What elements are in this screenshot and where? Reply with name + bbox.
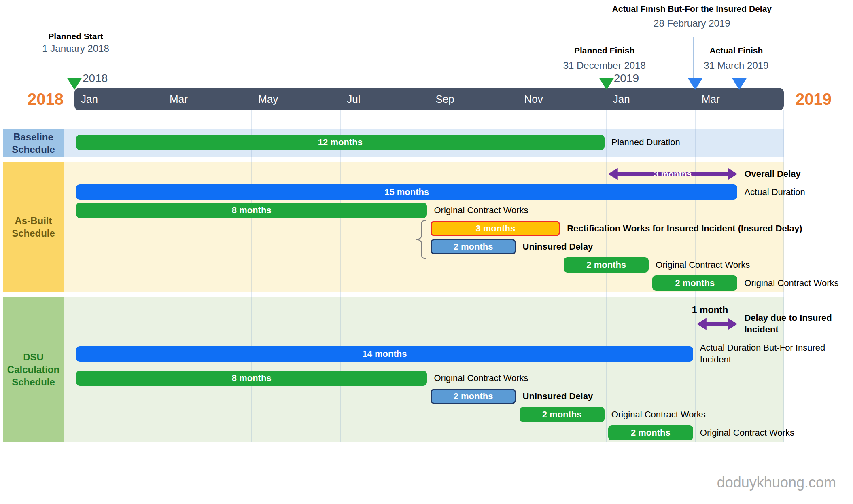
milestone-title-planned-start: Planned Start: [0, 32, 201, 41]
blue-triangle-marker-icon: [732, 78, 747, 90]
green-duration-bar: 8 months: [76, 371, 427, 386]
green-duration-bar: 2 months: [608, 425, 693, 440]
milestone-title-actual-finish-but-for-the-insured-delay: Actual Finish But-For the Insured Delay: [567, 4, 817, 14]
steel-duration-bar: 2 months: [431, 239, 516, 254]
bar-label: Original Contract Works: [434, 205, 528, 216]
milestone-leader-line: [693, 37, 694, 79]
blue-duration-bar: 15 months: [76, 184, 737, 200]
bar-label: Original Contract Works: [434, 373, 528, 384]
green-duration-bar: 8 months: [76, 203, 427, 218]
green-triangle-marker-icon: [67, 78, 82, 90]
axis-month-label: Mar: [170, 88, 188, 110]
bar-label: Uninsured Delay: [523, 241, 593, 253]
axis-month-label: May: [258, 88, 278, 110]
bar-label: Original Contract Works: [700, 427, 794, 439]
month-gridline: [606, 110, 607, 442]
month-gridline: [163, 110, 163, 442]
month-gridline: [783, 110, 784, 442]
delay-analysis-chart: Baseline ScheduleAs-Built ScheduleDSU Ca…: [0, 0, 853, 504]
green-duration-bar: 12 months: [76, 135, 605, 150]
steel-duration-bar: 2 months: [431, 389, 516, 404]
arrow-duration-label: 1 month: [692, 305, 728, 316]
grouping-brace-icon: [411, 220, 427, 259]
bar-label: Uninsured Delay: [523, 391, 593, 402]
axis-month-label: Sep: [435, 88, 454, 110]
month-gridline: [251, 110, 252, 442]
section-label-dsu-calculation-schedule: DSU Calculation Schedule: [3, 297, 64, 442]
axis-month-label: Jan: [81, 88, 98, 110]
milestone-date-actual-finish-but-for-the-insured-delay: 28 February 2019: [567, 18, 817, 29]
chart-canvas: Baseline ScheduleAs-Built ScheduleDSU Ca…: [0, 0, 853, 504]
bar-label: Planned Duration: [611, 137, 680, 148]
blue-duration-bar: 14 months: [76, 346, 693, 362]
section-label-as-built-schedule: As-Built Schedule: [3, 162, 64, 292]
month-gridline: [340, 110, 341, 442]
month-gridline: [518, 110, 518, 442]
year-above-axis-2019: 2019: [614, 72, 639, 85]
year-above-axis-2018: 2018: [83, 72, 108, 85]
green-duration-bar: 2 months: [520, 407, 605, 422]
year-label-left: 2018: [19, 90, 64, 108]
month-gridline: [429, 110, 429, 442]
bar-label: Actual Duration But-For Insured Incident: [700, 342, 825, 365]
milestone-title-actual-finish: Actual Finish: [611, 46, 853, 55]
year-label-right: 2019: [796, 90, 832, 108]
milestone-date-actual-finish: 31 March 2019: [611, 60, 853, 71]
axis-month-label: Jan: [613, 88, 630, 110]
bar-label: Rectification Works for Insured Incident…: [567, 223, 802, 235]
milestone-date-planned-start: 1 January 2018: [0, 43, 201, 54]
bar-label: Original Contract Works: [611, 409, 706, 421]
axis-month-label: Mar: [702, 88, 720, 110]
green-triangle-marker-icon: [599, 78, 614, 90]
amber-duration-bar: 3 months: [431, 221, 560, 236]
axis-month-label: Nov: [524, 88, 543, 110]
section-label-baseline-schedule: Baseline Schedule: [3, 129, 64, 157]
bar-label: Original Contract Works: [656, 259, 750, 271]
axis-month-label: Jul: [347, 88, 360, 110]
blue-triangle-marker-icon: [687, 78, 703, 90]
green-duration-bar: 2 months: [652, 275, 737, 291]
bar-label: Actual Duration: [744, 186, 805, 198]
arrow-label: Overall Delay: [744, 168, 800, 180]
green-duration-bar: 2 months: [564, 257, 649, 273]
bar-label: Original Contract Works: [744, 277, 838, 289]
watermark: doduykhuong.com: [717, 474, 836, 491]
arrow-label: Delay due to Insured Incident: [744, 312, 832, 335]
